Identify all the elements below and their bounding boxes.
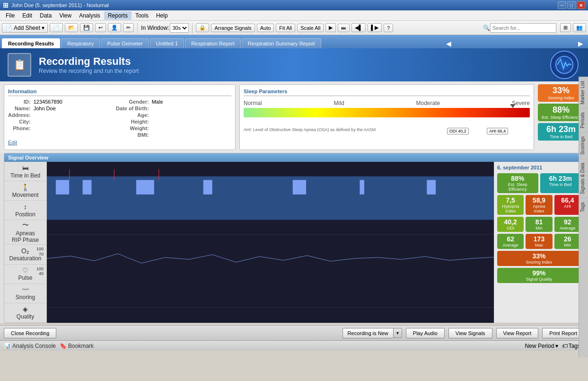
nav-next-button[interactable]: ▌▶ bbox=[368, 23, 382, 32]
scale-labels: Normal Mild Moderate Severe bbox=[244, 100, 530, 106]
menu-data[interactable]: Data bbox=[36, 11, 55, 20]
print-report-button[interactable]: Print Report bbox=[542, 328, 584, 338]
recording-status-dropdown[interactable]: Recording is New ▾ bbox=[342, 328, 402, 338]
svg-rect-7 bbox=[360, 180, 364, 195]
waveform-movement bbox=[47, 235, 494, 307]
fit-all-button[interactable]: Fit All bbox=[276, 24, 295, 32]
time-in-bed-label: Time in Bed bbox=[542, 134, 580, 139]
tab-nav-prev[interactable]: ◀ bbox=[443, 39, 454, 48]
info-grid: ID: 1234567890 Gender: Male Name: John D… bbox=[8, 99, 231, 138]
pulse-scale-high: 100 bbox=[36, 266, 44, 271]
gender-value: Male bbox=[152, 99, 231, 105]
arrange-signals-button[interactable]: Arrange Signals bbox=[211, 24, 255, 32]
label-time-in-bed: 🛏 Time in Bed bbox=[4, 162, 46, 181]
close-button[interactable]: ✕ bbox=[577, 1, 585, 9]
tab-nav-next[interactable]: ▶ bbox=[575, 39, 586, 48]
user-button[interactable]: 👤 bbox=[108, 23, 121, 32]
label-movement: 🚶 Movement bbox=[4, 181, 46, 201]
signals-data-label[interactable]: Signals & Data bbox=[579, 159, 588, 198]
tab-respiration-report[interactable]: Respiration Report bbox=[185, 38, 241, 48]
save-button[interactable]: 💾 bbox=[80, 23, 93, 32]
tags-label[interactable]: Tags bbox=[579, 198, 588, 216]
apneas-icon: 〜 bbox=[22, 221, 29, 230]
dob-value bbox=[152, 106, 231, 111]
window-select[interactable]: 30s 1m 5m bbox=[170, 23, 189, 33]
tab-respiratory[interactable]: Respiratory bbox=[61, 38, 100, 48]
dob-label: Date of Birth: bbox=[116, 106, 149, 111]
add-sheet-button[interactable]: 📄 Add Sheet ▾ bbox=[2, 23, 48, 33]
menu-help[interactable]: Help bbox=[152, 11, 172, 20]
view-signals-button[interactable]: View Signals bbox=[448, 328, 492, 338]
play-audio-button[interactable]: Play Audio bbox=[406, 328, 445, 338]
play-next-button[interactable]: ⏭ bbox=[338, 24, 350, 32]
label-apneas: 〜 Apneas RIP Phase bbox=[4, 220, 46, 245]
view-report-button[interactable]: View Report bbox=[496, 328, 539, 338]
tab-bar: Recording Results Respiratory Pulse Oxim… bbox=[0, 35, 588, 48]
phone-value bbox=[34, 125, 113, 131]
menu-view[interactable]: View bbox=[55, 11, 75, 20]
bed-icon: 🛏 bbox=[22, 164, 29, 172]
bookmark-item[interactable]: 🔖 Bookmark bbox=[60, 343, 94, 349]
bottom-bar: Close Recording Recording is New ▾ Play … bbox=[0, 325, 588, 340]
menu-analysis[interactable]: Analysis bbox=[75, 11, 104, 20]
extra-button-1[interactable]: ⊞ bbox=[560, 23, 571, 32]
desat-icon: O₂ bbox=[21, 247, 29, 255]
menu-edit[interactable]: Edit bbox=[18, 11, 36, 20]
tab-respiration-summary[interactable]: Respiration Summary Report bbox=[242, 38, 321, 48]
height-value bbox=[152, 119, 231, 124]
stats-row-5: 33% Snoring Index bbox=[497, 251, 581, 266]
tab-untitled-1[interactable]: Untitled 1 bbox=[150, 38, 184, 48]
new-button[interactable]: 📄 bbox=[50, 23, 63, 32]
svg-rect-2 bbox=[56, 180, 69, 195]
tab-recording-results[interactable]: Recording Results bbox=[2, 38, 60, 48]
top-stats: 33% Snoring Index 88% Est. Sleep Efficie… bbox=[538, 84, 584, 150]
scale-all-button[interactable]: Scale All bbox=[297, 24, 324, 32]
marker-list-label[interactable]: Marker List bbox=[579, 77, 588, 108]
play-button[interactable]: ▶ bbox=[325, 23, 336, 32]
waveform-time-in-bed bbox=[47, 162, 494, 234]
lock-button[interactable]: 🔒 bbox=[196, 23, 209, 32]
svg-rect-5 bbox=[203, 180, 212, 195]
maximize-button[interactable]: □ bbox=[567, 1, 576, 9]
help-button[interactable]: ? bbox=[384, 24, 393, 32]
stat-apnea-index: 58,9 ApneaIndex bbox=[526, 195, 552, 215]
undo-button[interactable]: ↩ bbox=[95, 23, 106, 32]
stats-row-1: 88% Est. SleepEfficiency 6h 23m Time in … bbox=[497, 173, 581, 193]
minimize-button[interactable]: ─ bbox=[558, 1, 566, 9]
header-text: Recording Results Review the recording a… bbox=[39, 55, 139, 74]
menu-tools[interactable]: Tools bbox=[132, 11, 152, 20]
info-sleep-row: Information ID: 1234567890 Gender: Male … bbox=[0, 81, 588, 153]
close-recording-button[interactable]: Close Recording bbox=[4, 328, 56, 338]
address-value bbox=[34, 112, 113, 118]
edit-link[interactable]: Edit bbox=[8, 140, 17, 145]
ahi-label: AHI 66,4 bbox=[487, 128, 508, 134]
search-input[interactable] bbox=[490, 23, 556, 33]
analysis-console-item[interactable]: 📊 Analysis Console bbox=[4, 343, 56, 349]
track-position: Left Right Supine Left Supine bbox=[47, 308, 494, 323]
snoring-icon: 〰 bbox=[22, 286, 29, 293]
menu-file[interactable]: File bbox=[2, 11, 18, 20]
sleep-panel: Sleep Parameters Normal Mild Moderate Se… bbox=[239, 84, 534, 150]
label-position: ↕ Position bbox=[4, 201, 46, 220]
nav-prev-button[interactable]: ◀▌ bbox=[351, 23, 366, 32]
auto-button[interactable]: Auto bbox=[257, 24, 274, 32]
id-value: 1234567890 bbox=[34, 99, 113, 105]
pulse-scale-low: 40 bbox=[39, 271, 44, 276]
label-normal: Normal bbox=[244, 100, 262, 106]
tab-pulse-oximeter[interactable]: Pulse Oximeter bbox=[101, 38, 149, 48]
edit-button[interactable]: ✏ bbox=[123, 23, 134, 32]
scale-triangle bbox=[510, 104, 516, 108]
new-period-dropdown[interactable]: New Period ▾ bbox=[525, 343, 558, 349]
svg-rect-11 bbox=[158, 169, 159, 180]
open-button[interactable]: 📂 bbox=[65, 23, 78, 32]
stat-odi: 40,2 ODI bbox=[497, 217, 524, 232]
menu-reports[interactable]: Reports bbox=[104, 11, 132, 20]
logo bbox=[550, 51, 579, 79]
scorings-label[interactable]: Scorings bbox=[579, 132, 588, 159]
recording-status-arrow[interactable]: ▾ bbox=[393, 328, 402, 338]
weight-label: Weight: bbox=[116, 125, 149, 131]
extra-button-2[interactable]: 👥 bbox=[573, 23, 586, 32]
track-movement bbox=[47, 235, 494, 308]
periods-label[interactable]: Periods bbox=[579, 108, 588, 132]
bookmark-icon: 🔖 bbox=[60, 343, 67, 349]
